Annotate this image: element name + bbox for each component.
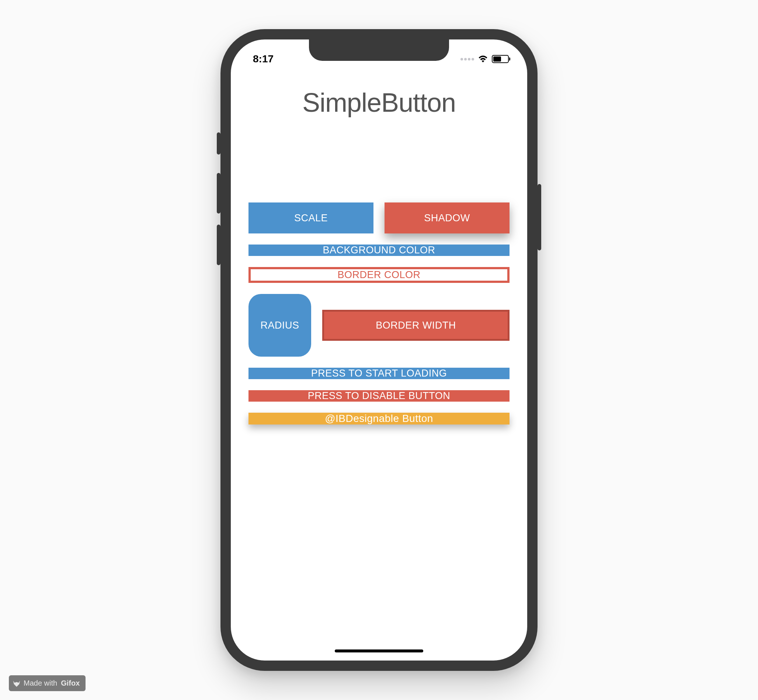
phone-frame: 8:17 SimpleButton SCALE SHADOW <box>220 29 538 671</box>
phone-silence-switch <box>217 133 220 155</box>
shadow-button[interactable]: SHADOW <box>385 203 510 233</box>
status-icons <box>460 55 509 63</box>
status-time: 8:17 <box>253 53 274 65</box>
watermark-prefix: Made with <box>23 679 57 688</box>
fox-icon <box>12 679 21 688</box>
border-color-button[interactable]: BORDER COLOR <box>248 267 510 283</box>
phone-volume-down <box>217 225 220 265</box>
cellular-icon <box>460 58 474 61</box>
gifox-watermark: Made with Gifox <box>9 675 86 691</box>
app-content: SimpleButton SCALE SHADOW BACKGROUND COL… <box>231 39 527 661</box>
row-radius-borderwidth: RADIUS BORDER WIDTH <box>248 294 510 357</box>
background-color-button[interactable]: BACKGROUND COLOR <box>248 245 510 256</box>
row-scale-shadow: SCALE SHADOW <box>248 203 510 233</box>
home-indicator[interactable] <box>335 650 423 652</box>
scale-button[interactable]: SCALE <box>248 203 373 233</box>
page-title: SimpleButton <box>248 88 510 118</box>
buttons-area: SCALE SHADOW BACKGROUND COLOR BORDER COL… <box>248 203 510 425</box>
battery-fill <box>493 56 501 62</box>
phone-power-button <box>538 184 541 250</box>
border-width-button[interactable]: BORDER WIDTH <box>322 310 510 341</box>
phone-notch <box>309 39 449 61</box>
watermark-brand: Gifox <box>61 679 80 688</box>
ibdesignable-button[interactable]: @IBDesignable Button <box>248 413 510 425</box>
battery-icon <box>492 55 509 63</box>
wifi-icon <box>478 55 488 63</box>
phone-volume-up <box>217 173 220 214</box>
radius-button[interactable]: RADIUS <box>248 294 311 357</box>
disable-button[interactable]: PRESS TO DISABLE BUTTON <box>248 390 510 402</box>
loading-button[interactable]: PRESS TO START LOADING <box>248 368 510 379</box>
phone-screen: 8:17 SimpleButton SCALE SHADOW <box>231 39 527 661</box>
